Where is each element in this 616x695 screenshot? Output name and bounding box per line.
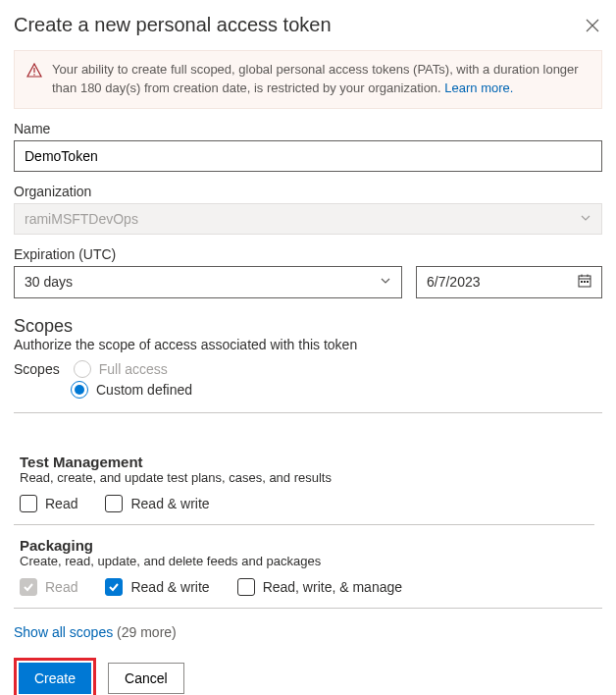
permission-label: Read: [45, 496, 77, 511]
show-all-scopes-link[interactable]: Show all scopes: [14, 624, 113, 640]
checkbox-icon: [20, 495, 37, 512]
name-input[interactable]: [14, 140, 602, 172]
cancel-button[interactable]: Cancel: [108, 663, 184, 694]
permission-checkbox[interactable]: Read & write: [105, 495, 209, 512]
permission-checkbox[interactable]: Read & write: [105, 578, 209, 596]
svg-rect-7: [584, 281, 586, 283]
checkbox-icon: [105, 495, 123, 512]
chevron-down-icon: [380, 274, 391, 290]
permission-label: Read: [45, 579, 77, 595]
organization-value: ramiMSFTDevOps: [25, 211, 138, 227]
permission-checkbox: Read: [20, 578, 77, 596]
dialog-title: Create a new personal access token: [14, 14, 332, 36]
close-button[interactable]: [583, 16, 602, 35]
learn-more-link[interactable]: Learn more.: [444, 80, 513, 95]
scopes-description: Authorize the scope of access associated…: [14, 337, 602, 352]
permission-label: Read & write: [130, 579, 209, 595]
create-highlight: Create: [14, 658, 96, 695]
expiration-duration-value: 30 days: [25, 274, 73, 290]
scopes-radio-label: Scopes: [14, 361, 60, 377]
scope-group-test-management: Test Management Read, create, and update…: [14, 442, 594, 524]
scope-group-packaging: Packaging Create, read, update, and dele…: [14, 524, 594, 608]
organization-label: Organization: [14, 184, 602, 199]
checkbox-icon: [105, 578, 123, 596]
scope-radio-custom[interactable]: [71, 381, 88, 399]
scope-group-name: Packaging: [20, 537, 589, 554]
scopes-title: Scopes: [14, 316, 602, 337]
organization-select: ramiMSFTDevOps: [14, 203, 602, 235]
permission-checkbox[interactable]: Read, write, & manage: [237, 578, 402, 596]
svg-rect-8: [587, 281, 589, 283]
close-icon: [586, 19, 599, 32]
expiration-label: Expiration (UTC): [14, 246, 602, 262]
scope-group-description: Create, read, update, and delete feeds a…: [20, 554, 589, 568]
scope-group-description: Read, create, and update test plans, cas…: [20, 470, 589, 485]
scope-group-name: Test Management: [20, 454, 589, 470]
calendar-icon: [578, 274, 591, 291]
scope-radio-full: [74, 360, 91, 378]
scope-list[interactable]: Test Management Read, create, and update…: [14, 412, 602, 609]
checkbox-icon: [237, 578, 255, 596]
expiration-duration-select[interactable]: 30 days: [14, 266, 402, 298]
warning-banner: Your ability to create full scoped, glob…: [14, 50, 602, 109]
svg-rect-6: [581, 281, 583, 283]
create-button[interactable]: Create: [19, 663, 91, 694]
scope-radio-full-label: Full access: [99, 361, 168, 377]
expiration-date-value: 6/7/2023: [427, 274, 481, 290]
permission-checkbox[interactable]: Read: [20, 495, 77, 512]
show-all-scopes-count: (29 more): [117, 624, 177, 640]
warning-icon: [26, 63, 42, 98]
scope-radio-custom-label: Custom defined: [96, 382, 192, 398]
name-label: Name: [14, 121, 602, 136]
svg-point-1: [33, 74, 35, 76]
chevron-down-icon: [580, 211, 591, 227]
expiration-date-picker[interactable]: 6/7/2023: [416, 266, 602, 298]
permission-label: Read, write, & manage: [263, 579, 402, 595]
permission-label: Read & write: [130, 496, 209, 511]
checkbox-icon: [20, 578, 37, 596]
